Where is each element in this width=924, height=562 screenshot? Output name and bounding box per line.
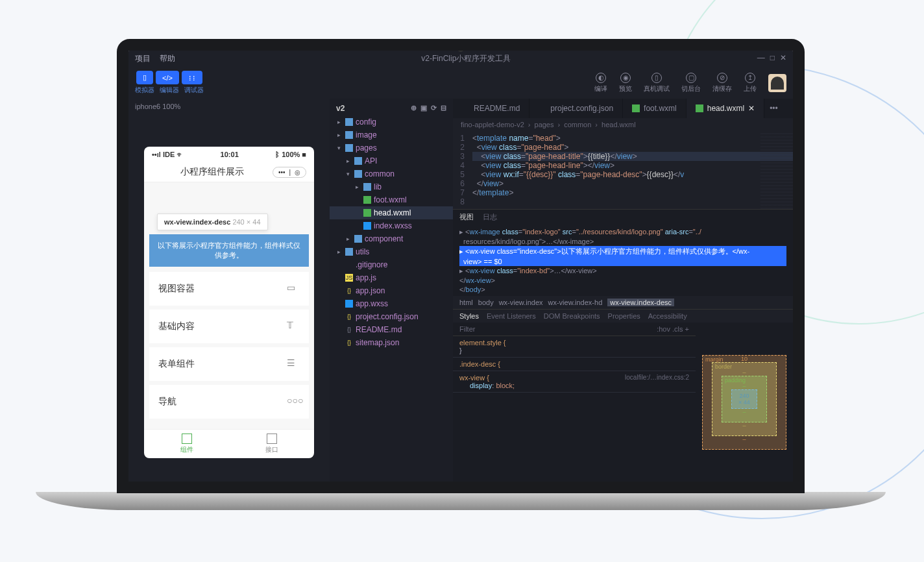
json-icon xyxy=(539,104,546,112)
eye-icon: ◉ xyxy=(620,73,631,83)
tree-item[interactable]: ▸API xyxy=(330,154,453,167)
upload-button[interactable]: ↥上传 xyxy=(744,73,757,93)
code-editor[interactable]: 1<template name="head">2 <view class="pa… xyxy=(453,131,793,209)
dt-tab-console[interactable]: 日志 xyxy=(483,212,497,222)
folder-icon xyxy=(345,131,353,139)
trash-icon: ⊘ xyxy=(717,73,727,83)
highlighted-element[interactable]: 以下将展示小程序官方组件能力，组件样式仅供参考。 xyxy=(149,234,309,267)
styles-tab[interactable]: Event Listeners xyxy=(487,312,536,320)
editor-tab[interactable]: project.config.json xyxy=(529,99,623,118)
minimap[interactable] xyxy=(760,131,793,209)
mode-simulator-label: 模拟器 xyxy=(135,86,154,95)
tab-component[interactable]: 组件 xyxy=(144,430,229,458)
box-model[interactable]: margin10 border– padding– 240 × 44 – – – xyxy=(696,323,793,482)
background-button[interactable]: ▢切后台 xyxy=(681,73,701,93)
list-item[interactable]: 表单组件☰ xyxy=(149,347,309,381)
tree-item[interactable]: app.wxss xyxy=(330,297,453,310)
editor-tab[interactable]: foot.wxml xyxy=(623,99,687,118)
collapse-icon[interactable]: ⊟ xyxy=(441,104,446,113)
phone-simulator: ••ıl IDE ᯤ 10:01 ᛒ 100% ■ 小程序组件展示 •••|◎ … xyxy=(144,147,314,458)
new-folder-icon[interactable]: ▣ xyxy=(420,104,427,113)
tree-item[interactable]: ▸image xyxy=(330,128,453,141)
tree-item[interactable]: JSapp.js xyxy=(330,271,453,284)
tree-item[interactable]: ▸config xyxy=(330,116,453,128)
tab-api[interactable]: 接口 xyxy=(229,430,314,458)
refresh-icon[interactable]: ⟳ xyxy=(431,104,437,113)
menu-project[interactable]: 项目 xyxy=(135,53,151,64)
tree-item[interactable]: {}project.config.json xyxy=(330,310,453,323)
tree-item[interactable]: foot.wxml xyxy=(330,193,453,206)
tree-item[interactable]: head.wxml xyxy=(330,206,453,219)
more-icon: ••• xyxy=(278,169,286,176)
capsule[interactable]: •••|◎ xyxy=(273,167,306,178)
dom-crumb[interactable]: wx-view.index-desc xyxy=(607,299,674,306)
signal-icon: ••ıl xyxy=(152,151,163,158)
editor-area: README.mdproject.config.jsonfoot.wxmlhea… xyxy=(453,99,793,482)
dom-crumb[interactable]: html xyxy=(459,299,473,306)
breadcrumb-item[interactable]: common xyxy=(564,121,591,128)
dom-tree[interactable]: ▸ <wx-image class="index-logo" src="../r… xyxy=(453,225,793,296)
clear-cache-button[interactable]: ⊘清缓存 xyxy=(712,73,732,93)
mode-debugger[interactable]: ⫶⫶ xyxy=(182,71,202,84)
bluetooth-icon: ᛒ xyxy=(275,151,282,158)
tree-item[interactable]: .gitignore xyxy=(330,258,453,271)
tree-item[interactable]: ▸lib xyxy=(330,180,453,193)
wxml-icon xyxy=(632,104,640,112)
tree-item[interactable]: ▾pages xyxy=(330,141,453,154)
project-root[interactable]: v2 xyxy=(336,104,345,113)
tree-item[interactable]: {}sitemap.json xyxy=(330,336,453,349)
menu-help[interactable]: 帮助 xyxy=(160,53,175,64)
list-item[interactable]: 基础内容𝕋 xyxy=(149,310,309,343)
phone-carrier: ••ıl IDE ᯤ xyxy=(152,151,184,158)
breadcrumb-item[interactable]: pages xyxy=(535,121,554,128)
json-icon: {} xyxy=(345,313,353,321)
breadcrumbs: fino-applet-demo-v2 › pages › common › h… xyxy=(453,118,793,131)
list-item[interactable]: 视图容器▭ xyxy=(149,272,309,306)
mode-simulator[interactable]: ▯ xyxy=(136,71,153,84)
folder-icon xyxy=(354,235,362,243)
tree-item[interactable]: ▸component xyxy=(330,232,453,245)
compile-button[interactable]: ◐编译 xyxy=(594,73,607,93)
styles-tab[interactable]: DOM Breakpoints xyxy=(544,312,600,320)
editor-tabs: README.mdproject.config.jsonfoot.wxmlhea… xyxy=(453,99,793,118)
device-info[interactable]: iphone6 100% xyxy=(128,99,330,114)
bg-icon: ▢ xyxy=(686,73,696,83)
add-style-icon[interactable]: + xyxy=(685,325,689,333)
tree-item[interactable]: ▾common xyxy=(330,167,453,180)
json-icon: {} xyxy=(345,287,353,295)
tree-item[interactable]: index.wxss xyxy=(330,219,453,232)
styles-tab[interactable]: Styles xyxy=(459,312,479,320)
close-icon[interactable]: ✕ xyxy=(780,53,786,64)
new-file-icon[interactable]: ⊕ xyxy=(411,104,417,113)
mode-editor[interactable]: </> xyxy=(156,71,179,84)
tree-item[interactable]: ▸utils xyxy=(330,245,453,258)
cls-toggle[interactable]: .cls xyxy=(672,325,683,333)
editor-tab[interactable]: README.md xyxy=(453,99,529,118)
json-icon: {} xyxy=(345,339,353,347)
dt-tab-view[interactable]: 视图 xyxy=(459,212,474,222)
mode-editor-label: 编辑器 xyxy=(160,86,179,95)
styles-tab[interactable]: Accessibility xyxy=(648,312,687,320)
tree-item[interactable]: {}README.md xyxy=(330,323,453,336)
maximize-icon[interactable]: □ xyxy=(770,53,775,64)
dom-crumb[interactable]: wx-view.index-hd xyxy=(548,299,603,306)
breadcrumb-item[interactable]: fino-applet-demo-v2 xyxy=(461,121,524,128)
filter-input[interactable]: Filter xyxy=(459,325,475,333)
hov-toggle[interactable]: :hov xyxy=(657,325,670,333)
list-item[interactable]: 导航○○○ xyxy=(149,385,309,419)
phone-time: 10:01 xyxy=(221,151,239,158)
tabs-more[interactable]: ••• xyxy=(764,104,783,113)
dom-crumb[interactable]: wx-view.index xyxy=(499,299,543,306)
dom-crumb[interactable]: body xyxy=(478,299,494,306)
preview-button[interactable]: ◉预览 xyxy=(619,73,632,93)
breadcrumb-item[interactable]: head.wxml xyxy=(602,121,636,128)
close-tab-icon[interactable]: ✕ xyxy=(748,104,755,113)
editor-tab[interactable]: head.wxml✕ xyxy=(687,99,764,118)
remote-debug-button[interactable]: ▯真机调试 xyxy=(644,73,670,93)
tree-item[interactable]: {}app.json xyxy=(330,284,453,297)
minimize-icon[interactable]: — xyxy=(757,53,765,64)
user-avatar[interactable] xyxy=(768,74,786,92)
element-tooltip: wx-view.index-desc 240 × 44 xyxy=(157,214,268,230)
styles-tab[interactable]: Properties xyxy=(608,312,640,320)
styles-panel[interactable]: Filter :hov .cls + element.style {}.inde… xyxy=(453,323,696,482)
